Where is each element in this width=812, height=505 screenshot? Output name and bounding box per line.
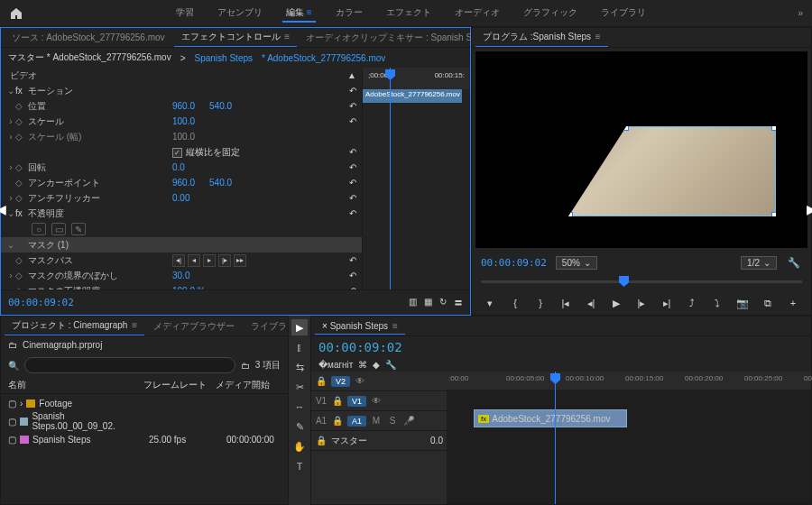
- col-fps[interactable]: フレームレート: [143, 379, 216, 391]
- btn-add-marker[interactable]: ▾: [482, 295, 498, 311]
- tl-settings[interactable]: 🔧: [385, 360, 396, 370]
- a1-rec[interactable]: 🎤: [402, 416, 415, 426]
- reset-motion[interactable]: ↶: [349, 86, 356, 96]
- master-lock[interactable]: 🔒: [315, 436, 328, 445]
- master-v[interactable]: 0.0: [430, 436, 443, 445]
- ec-tool-2[interactable]: ▦: [424, 297, 432, 309]
- tool-track-select[interactable]: ⫿: [291, 339, 308, 355]
- tw-opacity[interactable]: ⌄: [6, 208, 15, 218]
- ec-seq-link[interactable]: Spanish Steps: [195, 53, 254, 63]
- btn-lift[interactable]: ⤴: [684, 295, 700, 311]
- mask-handle-br[interactable]: [771, 212, 778, 218]
- btn-export-frame[interactable]: 📷: [734, 295, 751, 311]
- ws-assembly[interactable]: アセンブリ: [214, 5, 266, 23]
- mask-handle-tl[interactable]: [623, 124, 629, 131]
- sw-rotation[interactable]: ◇: [15, 162, 28, 172]
- a1-lock[interactable]: 🔒: [331, 416, 344, 426]
- tl-marker[interactable]: ◆: [373, 360, 380, 370]
- ws-color[interactable]: カラー: [332, 5, 366, 23]
- tool-hand[interactable]: ✋: [291, 438, 308, 454]
- tab-project[interactable]: プロジェクト : Cinemagraph ≡: [5, 317, 144, 335]
- mask-ellipse[interactable]: ○: [32, 223, 46, 235]
- panel-handle-left[interactable]: ◀: [0, 202, 5, 220]
- ws-effects[interactable]: エフェクト: [383, 5, 435, 23]
- v2-eye[interactable]: 👁: [354, 376, 366, 386]
- reset-uniform[interactable]: ↶: [349, 147, 356, 157]
- v1-eye[interactable]: 👁: [370, 396, 383, 406]
- btn-mark-out[interactable]: }: [532, 295, 549, 311]
- tab-timeline[interactable]: × Spanish Steps ≡: [315, 318, 405, 335]
- filter-icon[interactable]: 🗀: [241, 361, 250, 371]
- anc-x[interactable]: 960.0: [172, 178, 195, 188]
- tab-audio-mixer[interactable]: オーディオクリップミキサー : Spanish Steps: [299, 29, 496, 47]
- prog-playhead[interactable]: [619, 276, 629, 287]
- ws-audio[interactable]: オーディオ: [451, 5, 503, 23]
- workspace-more[interactable]: »: [798, 8, 803, 18]
- prog-wrench[interactable]: 🔧: [786, 254, 802, 271]
- a1-target[interactable]: A1: [315, 416, 328, 426]
- btn-compare[interactable]: ⧉: [760, 295, 776, 311]
- proj-search[interactable]: [24, 357, 235, 373]
- mask-handle-bl[interactable]: [567, 212, 573, 218]
- ec-tool-4[interactable]: 〓: [454, 297, 463, 309]
- pos-y[interactable]: 540.0: [209, 101, 232, 111]
- a1-toggle[interactable]: A1: [347, 416, 366, 427]
- reset-opacity[interactable]: ↶: [349, 208, 356, 218]
- btn-step-back[interactable]: ◂|: [583, 295, 599, 311]
- reset-anc[interactable]: ↶: [349, 178, 356, 188]
- mask-track-fwd1[interactable]: |▸: [218, 254, 231, 267]
- mask-track-fwdall[interactable]: ▸▸: [234, 254, 246, 267]
- sw-anchor[interactable]: ◇: [15, 178, 28, 188]
- mask-track-back1[interactable]: ◂|: [172, 254, 185, 267]
- prog-scrubber[interactable]: [481, 273, 802, 291]
- reset-scale[interactable]: ↶: [349, 116, 356, 126]
- tl-ruler[interactable]: :00:00 00:00:05:00 00:00:10:00 00:00:15:…: [447, 372, 811, 390]
- ec-clip-chip[interactable]: AdobeStock_277796256.mov: [363, 89, 462, 103]
- tl-area[interactable]: :00:00 00:00:05:00 00:00:10:00 00:00:15:…: [447, 372, 811, 504]
- mask-rect[interactable]: ▭: [51, 223, 66, 235]
- prog-zoom[interactable]: 50%⌄: [556, 256, 597, 270]
- ws-graphics[interactable]: グラフィック: [520, 5, 581, 23]
- btn-settings[interactable]: +: [785, 295, 801, 311]
- anc-y[interactable]: 540.0: [209, 178, 232, 188]
- prog-page[interactable]: 1/2⌄: [741, 256, 777, 270]
- btn-extract[interactable]: ⤵: [709, 295, 725, 311]
- rot-v[interactable]: 0.0: [172, 162, 185, 172]
- tl-clip[interactable]: fxAdobeStock_277796256.mov: [474, 409, 627, 427]
- a1-mute[interactable]: M: [370, 416, 383, 426]
- mask-pen[interactable]: ✎: [71, 223, 86, 235]
- col-name[interactable]: 名前: [8, 379, 143, 391]
- ws-library[interactable]: ライブラリ: [597, 5, 650, 23]
- reset-mpath[interactable]: ↶: [349, 255, 356, 265]
- sw-af[interactable]: ◇: [15, 193, 28, 203]
- ws-learn[interactable]: 学習: [172, 5, 198, 23]
- mask-track-back[interactable]: ◂: [188, 254, 200, 267]
- proj-row[interactable]: ▢›Footage: [1, 394, 288, 412]
- ec-timeline[interactable]: ;00:00 00:00:15: AdobeStock_277796256.mo…: [362, 68, 470, 289]
- tool-slip[interactable]: ↔: [291, 399, 308, 415]
- mask-preview[interactable]: [568, 126, 776, 216]
- col-start[interactable]: メディア開始: [216, 379, 270, 391]
- tab-source[interactable]: ソース : AdobeStock_277796256.mov: [5, 29, 172, 47]
- sw-feather[interactable]: ◇: [15, 271, 28, 280]
- tab-effect-controls[interactable]: エフェクトコントロール ≡: [174, 28, 298, 47]
- tool-selection[interactable]: ▶: [291, 319, 308, 335]
- sw-position[interactable]: ◇: [15, 101, 28, 111]
- ec-tool-3[interactable]: ↻: [439, 297, 447, 309]
- pos-x[interactable]: 960.0: [172, 101, 195, 111]
- mop-v[interactable]: 100.0 %: [172, 286, 206, 289]
- sw-mop[interactable]: ◇: [15, 286, 28, 289]
- home-icon[interactable]: [9, 6, 23, 21]
- tw-mask[interactable]: ⌄: [6, 240, 15, 250]
- chk-uniform[interactable]: [172, 148, 182, 158]
- sw-scale[interactable]: ◇: [15, 116, 28, 126]
- mask-handle-tr[interactable]: [771, 124, 778, 131]
- reset-af[interactable]: ↶: [349, 193, 356, 203]
- ec-chip-toggle[interactable]: ▲: [347, 70, 356, 80]
- v2-toggle[interactable]: V2: [331, 376, 350, 387]
- v2-lock[interactable]: 🔒: [315, 376, 328, 386]
- btn-step-fwd[interactable]: |▸: [633, 295, 650, 311]
- ec-tool-1[interactable]: ▥: [409, 297, 417, 309]
- a1-solo[interactable]: S: [386, 416, 399, 426]
- proj-row[interactable]: ▢Spanish Steps25.00 fps00:00:00:00: [1, 430, 288, 448]
